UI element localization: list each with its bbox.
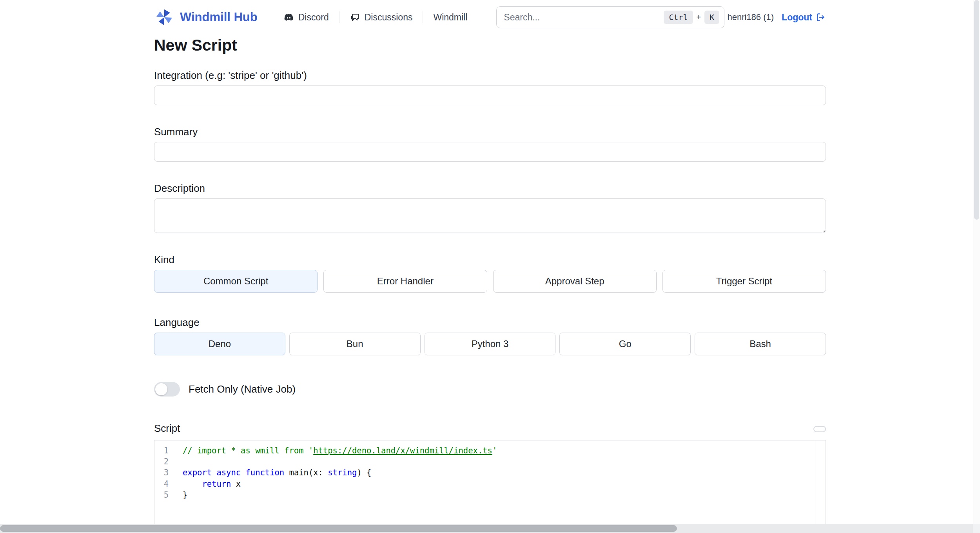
vertical-scrollbar-thumb[interactable] [974, 0, 979, 220]
language-option-go[interactable]: Go [559, 333, 691, 355]
kind-label: Kind [154, 253, 826, 266]
main-content: New Script Integration (e.g: 'stripe' or… [154, 35, 826, 533]
kind-option-error-handler[interactable]: Error Handler [323, 270, 487, 293]
language-options: Deno Bun Python 3 Go Bash [154, 333, 826, 355]
search-box[interactable]: Ctrl + K [496, 6, 724, 28]
header: Windmill Hub Discord Discussions Windmil… [0, 0, 980, 35]
discord-icon [283, 12, 294, 23]
kind-option-trigger-script[interactable]: Trigger Script [662, 270, 826, 293]
kind-options: Common Script Error Handler Approval Ste… [154, 270, 826, 293]
language-section: Language Deno Bun Python 3 Go Bash [154, 316, 826, 355]
search-input[interactable] [504, 12, 664, 23]
nav-discord-label: Discord [298, 12, 329, 23]
scrollbar-corner [973, 524, 980, 533]
fetch-only-label: Fetch Only (Native Job) [189, 383, 296, 395]
page-title: New Script [154, 35, 826, 55]
page-vertical-scrollbar[interactable] [973, 0, 980, 533]
kind-section: Kind Common Script Error Handler Approva… [154, 253, 826, 293]
nav-discord[interactable]: Discord [273, 12, 339, 23]
kbd-k: K [704, 11, 719, 24]
summary-label: Summary [154, 126, 826, 138]
logout-label: Logout [782, 12, 812, 23]
kbd-ctrl: Ctrl [664, 11, 693, 24]
integration-section: Integration (e.g: 'stripe' or 'github') [154, 69, 826, 105]
description-label: Description [154, 182, 826, 195]
language-option-bash[interactable]: Bash [695, 333, 826, 355]
page-horizontal-scrollbar[interactable] [0, 524, 980, 533]
horizontal-scrollbar-thumb[interactable] [0, 525, 677, 532]
nav-discussions-label: Discussions [365, 12, 413, 23]
summary-input[interactable] [154, 142, 826, 162]
language-option-python3[interactable]: Python 3 [425, 333, 556, 355]
logout-link[interactable]: Logout [782, 12, 826, 23]
nav-discussions[interactable]: Discussions [339, 12, 423, 23]
fetch-only-section: Fetch Only (Native Job) [154, 382, 826, 397]
nav-windmill-label: Windmill [433, 12, 467, 23]
code-editor[interactable]: 1// import * as wmill from 'https://deno… [154, 440, 826, 533]
script-label: Script [154, 422, 180, 435]
username: henri186 (1) [727, 12, 774, 22]
language-label: Language [154, 316, 826, 329]
language-option-deno[interactable]: Deno [154, 333, 285, 355]
script-section: Script 1// import * as wmill from 'https… [154, 422, 826, 533]
kind-option-approval-step[interactable]: Approval Step [493, 270, 657, 293]
windmill-logo-icon [154, 8, 174, 27]
integration-label: Integration (e.g: 'stripe' or 'github') [154, 69, 826, 82]
description-textarea[interactable] [154, 198, 826, 233]
language-option-bun[interactable]: Bun [289, 333, 421, 355]
brand-name: Windmill Hub [180, 10, 258, 24]
brand[interactable]: Windmill Hub [154, 8, 258, 27]
code-lines: 1// import * as wmill from 'https://deno… [154, 445, 826, 500]
logout-icon [816, 12, 826, 22]
summary-section: Summary [154, 126, 826, 162]
editor-scrollbar-track[interactable] [815, 440, 815, 533]
description-section: Description [154, 182, 826, 233]
kind-option-common-script[interactable]: Common Script [154, 270, 318, 293]
toggle-knob [155, 383, 167, 395]
user-area: henri186 (1) Logout [727, 12, 826, 23]
nav-windmill[interactable]: Windmill [423, 12, 477, 23]
editor-settings-pill[interactable] [813, 426, 826, 432]
discussions-icon [350, 12, 360, 23]
integration-input[interactable] [154, 85, 826, 105]
main-nav: Discord Discussions Windmill [273, 11, 478, 23]
kbd-plus: + [697, 13, 701, 22]
fetch-only-toggle[interactable] [154, 382, 180, 397]
